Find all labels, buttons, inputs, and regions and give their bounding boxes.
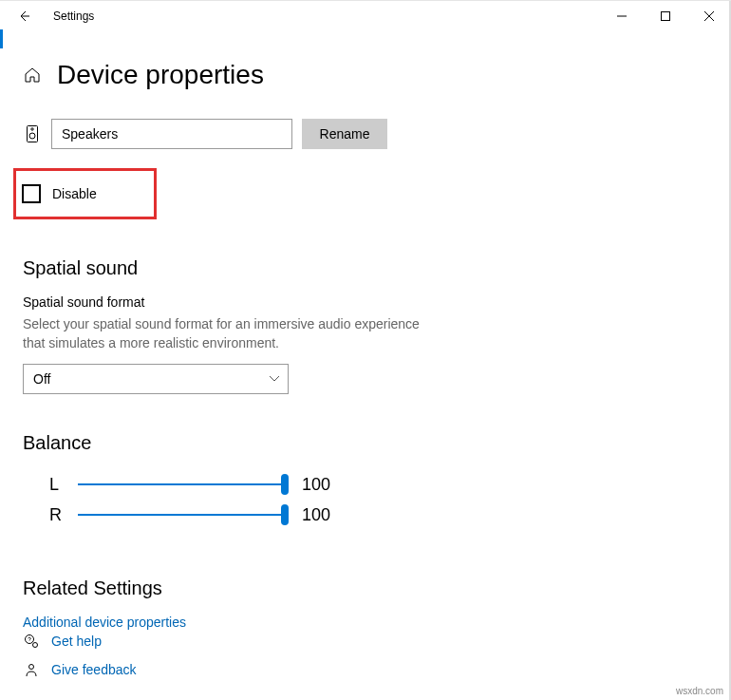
left-accent-border <box>0 29 3 48</box>
help-icon <box>23 634 40 649</box>
related-settings-section: Related Settings Additional device prope… <box>23 577 708 630</box>
minimize-button[interactable] <box>600 1 644 31</box>
page-title: Device properties <box>57 60 264 90</box>
close-button[interactable] <box>687 1 731 31</box>
additional-properties-link[interactable]: Additional device properties <box>23 615 708 630</box>
footer-links: Get help Give feedback <box>23 634 137 691</box>
get-help-row[interactable]: Get help <box>23 634 137 649</box>
svg-point-9 <box>33 643 38 648</box>
svg-rect-2 <box>662 12 670 21</box>
feedback-icon <box>23 662 40 677</box>
spatial-sound-section: Spatial sound Spatial sound format Selec… <box>23 257 708 394</box>
balance-left-value: 100 <box>302 475 330 495</box>
balance-right-value: 100 <box>302 505 330 525</box>
maximize-button[interactable] <box>644 1 687 31</box>
svg-point-7 <box>29 133 35 139</box>
balance-right-label: R <box>49 505 78 525</box>
spatial-format-dropdown[interactable]: Off <box>23 364 289 394</box>
spatial-description: Select your spatial sound format for an … <box>23 315 440 352</box>
spatial-format-label: Spatial sound format <box>23 294 708 310</box>
balance-left-slider[interactable] <box>78 483 285 485</box>
balance-header: Balance <box>23 432 708 454</box>
balance-section: Balance L 100 R 100 <box>23 432 708 530</box>
balance-left-label: L <box>49 475 78 495</box>
rename-button[interactable]: Rename <box>302 119 387 149</box>
balance-right-row: R 100 <box>23 500 708 530</box>
svg-point-6 <box>31 128 33 130</box>
spatial-sound-header: Spatial sound <box>23 257 708 279</box>
dropdown-selected-value: Off <box>33 371 50 387</box>
back-button[interactable] <box>9 2 38 30</box>
window-controls <box>600 1 731 31</box>
balance-right-slider[interactable] <box>78 514 285 516</box>
slider-thumb[interactable] <box>281 474 289 495</box>
content-area: Device properties Rename Disable Spatial… <box>0 31 731 630</box>
give-feedback-link[interactable]: Give feedback <box>51 662 137 677</box>
device-name-input[interactable] <box>51 119 292 149</box>
disable-checkbox[interactable] <box>22 184 41 203</box>
get-help-link[interactable]: Get help <box>51 634 102 649</box>
titlebar: Settings <box>0 1 731 31</box>
device-name-row: Rename <box>23 119 708 149</box>
give-feedback-row[interactable]: Give feedback <box>23 662 137 677</box>
speaker-icon <box>23 125 42 142</box>
slider-thumb[interactable] <box>281 504 289 525</box>
chevron-down-icon <box>269 374 280 385</box>
home-icon[interactable] <box>23 66 42 85</box>
svg-point-8 <box>26 635 34 644</box>
watermark: wsxdn.com <box>676 686 723 696</box>
window-title: Settings <box>53 9 94 23</box>
balance-left-row: L 100 <box>23 469 708 500</box>
related-settings-header: Related Settings <box>23 577 708 599</box>
disable-checkbox-highlight: Disable <box>13 168 157 219</box>
disable-label: Disable <box>52 186 97 201</box>
page-header: Device properties <box>23 60 708 90</box>
svg-point-10 <box>29 665 34 670</box>
